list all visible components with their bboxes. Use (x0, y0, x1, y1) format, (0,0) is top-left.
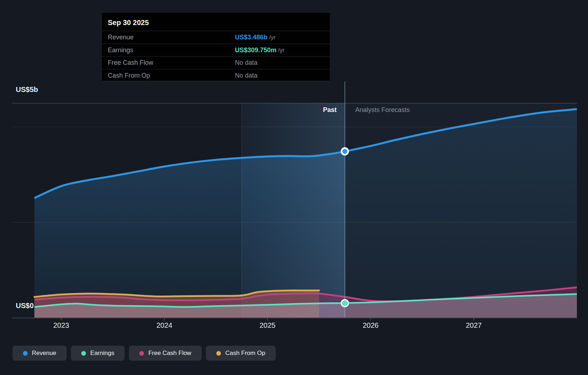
tooltip-row-label: Cash From Op (108, 72, 150, 79)
tooltip-row-value: US$3.486b /yr (235, 34, 275, 41)
tooltip-value-suffix: /yr (276, 47, 284, 53)
x-axis-label-2026: 2026 (355, 321, 387, 330)
x-axis (12, 318, 577, 321)
tooltip-value-suffix: /yr (268, 34, 275, 40)
tooltip-row-value: No data (235, 59, 257, 67)
tooltip-row-label: Revenue (108, 34, 134, 41)
legend-dot (23, 351, 28, 356)
tooltip-row-earnings: EarningsUS$309.750m /yr (102, 44, 330, 57)
tooltip: Sep 30 2025 RevenueUS$3.486b /yrEarnings… (102, 13, 330, 81)
legend-item-label: Earnings (90, 350, 114, 357)
earnings-now-marker[interactable] (341, 299, 349, 307)
legend-dot (216, 351, 221, 356)
tooltip-row-value: US$309.750m /yr (235, 46, 284, 54)
legend-dot (81, 351, 86, 356)
tooltip-value-text: No data (235, 72, 257, 79)
x-axis-labels: 20232024202520262027 (0, 321, 588, 332)
legend-item-free-cash-flow[interactable]: Free Cash Flow (129, 346, 202, 361)
tooltip-date: Sep 30 2025 (102, 13, 330, 31)
tooltip-row-cash-from-op: Cash From OpNo data (102, 69, 330, 82)
tooltip-row-revenue: RevenueUS$3.486b /yr (102, 31, 330, 44)
tooltip-row-label: Free Cash Flow (108, 59, 153, 67)
tooltip-value-text: No data (235, 59, 257, 66)
revenue-now-marker[interactable] (341, 147, 349, 156)
legend-item-label: Revenue (32, 350, 56, 357)
legend-dot (139, 351, 144, 356)
x-axis-label-2025: 2025 (251, 321, 284, 330)
x-axis-label-2024: 2024 (148, 321, 180, 330)
tooltip-row-free-cash-flow: Free Cash FlowNo data (102, 57, 330, 69)
y-axis-zero-label: US$0 (16, 302, 34, 310)
past-year-highlight-band (242, 103, 345, 318)
legend-item-earnings[interactable]: Earnings (71, 346, 125, 361)
legend-item-label: Cash From Op (225, 350, 265, 357)
legend-item-cash-from-op[interactable]: Cash From Op (206, 346, 275, 361)
forecasts-label: Analysts Forecasts (355, 106, 410, 114)
tooltip-value-text: US$309.750m (235, 46, 276, 53)
legend: RevenueEarningsFree Cash FlowCash From O… (13, 346, 276, 361)
legend-item-label: Free Cash Flow (148, 350, 191, 357)
tooltip-row-label: Earnings (108, 46, 133, 54)
tooltip-rows: RevenueUS$3.486b /yrEarningsUS$309.750m … (102, 31, 330, 82)
x-axis-label-2023: 2023 (45, 321, 77, 330)
y-axis-max-label: US$5b (16, 86, 38, 94)
past-label: Past (279, 106, 337, 114)
earnings-revenue-chart: Sep 30 2025 RevenueUS$3.486b /yrEarnings… (0, 0, 588, 375)
legend-item-revenue[interactable]: Revenue (13, 346, 67, 361)
tooltip-row-value: No data (235, 72, 257, 79)
x-axis-label-2027: 2027 (458, 321, 490, 330)
tooltip-value-text: US$3.486b (235, 34, 268, 41)
